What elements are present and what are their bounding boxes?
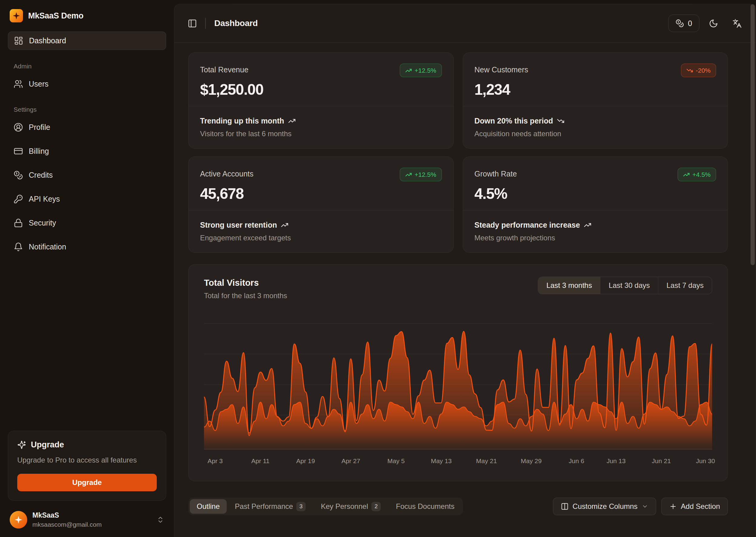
stat-card-growth-rate: Growth Rate +4.5% 4.5% Steady performanc… xyxy=(463,156,728,253)
x-tick-label: May 5 xyxy=(387,457,405,465)
sidebar-item-users[interactable]: Users xyxy=(8,75,166,93)
stat-footer-sub: Visitors for the last 6 months xyxy=(200,130,442,138)
tab-past-performance[interactable]: Past Performance 3 xyxy=(228,499,313,514)
trending-up-icon xyxy=(405,171,412,178)
tab-focus-documents[interactable]: Focus Documents xyxy=(389,499,461,514)
stat-card-total-revenue: Total Revenue +12.5% $1,250.00 Trending … xyxy=(188,52,454,148)
x-tick-label: May 21 xyxy=(476,457,497,465)
user-menu[interactable]: MkSaaS mksaascom@gmail.com xyxy=(8,509,166,531)
stat-label: Total Revenue xyxy=(200,63,249,74)
stat-card-active-accounts: Active Accounts +12.5% 45,678 Strong use… xyxy=(188,156,454,253)
stat-footer-sub: Acquisition needs attention xyxy=(475,130,716,138)
app-logo-icon xyxy=(10,9,23,22)
stat-value: 1,234 xyxy=(475,81,716,99)
x-tick-label: Apr 11 xyxy=(251,457,269,465)
sidebar-item-credits[interactable]: Credits xyxy=(8,166,166,185)
vertical-scrollbar[interactable] xyxy=(751,4,755,265)
trending-up-icon xyxy=(683,171,690,178)
sidebar-item-label: Notification xyxy=(29,242,66,251)
dashboard-content: Total Revenue +12.5% $1,250.00 Trending … xyxy=(174,43,756,537)
trend-badge: +12.5% xyxy=(400,63,442,77)
sidebar-item-profile[interactable]: Profile xyxy=(8,118,166,137)
upgrade-title: Upgrade xyxy=(31,440,64,449)
sidebar-item-label: Profile xyxy=(29,123,50,132)
range-last-7-days[interactable]: Last 7 days xyxy=(658,277,712,294)
moon-icon xyxy=(709,19,718,28)
time-range-toggle: Last 3 months Last 30 days Last 7 days xyxy=(538,277,712,294)
theme-toggle-button[interactable] xyxy=(704,14,723,33)
credits-count: 0 xyxy=(688,19,692,28)
trending-up-icon xyxy=(281,221,289,229)
plus-icon xyxy=(669,503,677,510)
trending-down-icon xyxy=(686,67,693,74)
range-last-3-months[interactable]: Last 3 months xyxy=(538,277,600,294)
sidebar-item-dashboard[interactable]: Dashboard xyxy=(8,31,166,50)
chart-canvas xyxy=(204,317,712,449)
x-tick-label: Jun 21 xyxy=(652,457,671,465)
stat-footer-sub: Engagement exceed targets xyxy=(200,234,442,242)
coins-icon xyxy=(14,170,23,180)
sidebar-item-billing[interactable]: Billing xyxy=(8,142,166,160)
x-tick-label: Jun 30 xyxy=(696,457,715,465)
stat-label: New Customers xyxy=(475,63,529,74)
sidebar-section-settings: Settings xyxy=(8,99,166,118)
top-header: Dashboard 0 xyxy=(174,4,756,43)
sidebar-toggle-button[interactable] xyxy=(183,15,201,32)
chevrons-up-down-icon xyxy=(156,516,164,524)
key-icon xyxy=(14,194,23,204)
sidebar-item-notification[interactable]: Notification xyxy=(8,238,166,256)
credit-card-icon xyxy=(14,146,23,156)
app-name: MkSaaS Demo xyxy=(28,11,84,21)
stat-footer-title: Steady performance increase xyxy=(475,221,580,229)
x-tick-label: Apr 3 xyxy=(208,457,223,465)
stat-value: $1,250.00 xyxy=(200,81,442,99)
trending-down-icon xyxy=(557,117,564,125)
coins-icon xyxy=(675,19,684,27)
stat-value: 4.5% xyxy=(475,185,716,202)
tab-count-badge: 3 xyxy=(296,502,306,511)
avatar xyxy=(10,511,27,528)
user-name: MkSaaS xyxy=(32,511,102,519)
range-last-30-days[interactable]: Last 30 days xyxy=(600,277,658,294)
stats-grid: Total Revenue +12.5% $1,250.00 Trending … xyxy=(188,52,728,253)
sidebar-item-security[interactable]: Security xyxy=(8,214,166,232)
main-panel: Dashboard 0 Total Revenue +12.5% xyxy=(174,4,756,537)
users-icon xyxy=(14,79,23,89)
stat-footer-sub: Meets growth projections xyxy=(475,234,716,242)
upgrade-button[interactable]: Upgrade xyxy=(17,474,157,491)
language-button[interactable] xyxy=(727,14,747,33)
tab-outline[interactable]: Outline xyxy=(190,499,227,514)
trend-badge: +12.5% xyxy=(400,168,442,181)
sidebar-item-label: Credits xyxy=(29,171,53,180)
total-visitors-card: Total Visitors Total for the last 3 mont… xyxy=(188,264,728,481)
stat-footer-title: Strong user retention xyxy=(200,221,277,229)
add-section-button[interactable]: Add Section xyxy=(661,498,728,515)
lock-icon xyxy=(14,218,23,227)
header-divider xyxy=(205,18,206,29)
sidebar-item-api-keys[interactable]: API Keys xyxy=(8,190,166,208)
x-tick-label: May 13 xyxy=(431,457,452,465)
languages-icon xyxy=(733,19,742,28)
tabs-group: Outline Past Performance 3 Key Personnel… xyxy=(188,498,463,515)
sidebar-item-label: API Keys xyxy=(29,195,60,203)
sidebar-section-admin: Admin xyxy=(8,56,166,75)
page-title: Dashboard xyxy=(214,19,258,28)
trending-up-icon xyxy=(405,67,412,74)
upgrade-description: Upgrade to Pro to access all features xyxy=(17,455,138,465)
x-tick-label: Apr 27 xyxy=(341,457,360,465)
sidebar-item-label: Dashboard xyxy=(29,36,66,45)
credits-badge[interactable]: 0 xyxy=(668,15,699,32)
sidebar-item-label: Billing xyxy=(29,147,49,156)
trending-up-icon xyxy=(288,117,296,125)
customize-columns-button[interactable]: Customize Columns xyxy=(553,498,656,515)
trend-badge: +4.5% xyxy=(678,168,716,181)
tab-key-personnel[interactable]: Key Personnel 2 xyxy=(314,499,388,514)
x-tick-label: May 29 xyxy=(521,457,542,465)
columns-icon xyxy=(561,503,569,510)
app-logo-row: MkSaaS Demo xyxy=(8,7,166,31)
dashboard-icon xyxy=(14,36,23,45)
panel-left-icon xyxy=(188,19,197,28)
stat-card-new-customers: New Customers -20% 1,234 Down 20% this p… xyxy=(463,52,728,148)
stat-label: Growth Rate xyxy=(475,168,517,178)
stat-label: Active Accounts xyxy=(200,168,253,178)
